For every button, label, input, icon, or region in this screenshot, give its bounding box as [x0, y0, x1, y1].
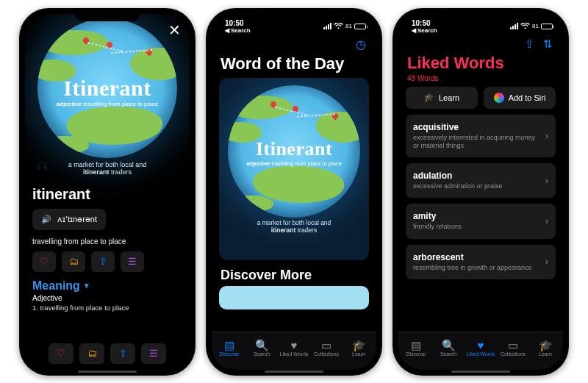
learn-button[interactable]: 🎓 Learn [406, 87, 478, 109]
status-time: 10:50 [412, 19, 437, 27]
liked-words-list: acquisitiveexcessively interested in acq… [398, 115, 563, 279]
illustration-subtitle: adjective travelling from place to place [228, 160, 360, 167]
notes-button-bottom[interactable]: ☰ [141, 343, 166, 364]
cards-icon: ▤ [224, 340, 234, 351]
collections-button[interactable]: 🗂 [62, 251, 85, 272]
liked-words-title: Liked Words [398, 52, 563, 73]
screen-word-detail: ✕ Itinerant adjective travelling from pl… [25, 14, 190, 370]
illustration-word: Itinerant [228, 138, 360, 160]
part-of-speech-label: Adjective [32, 294, 182, 302]
definition-1: 1. travelling from place to place [32, 304, 182, 312]
stack-icon: ▭ [508, 340, 518, 351]
share-button-bottom[interactable]: ⇧ [110, 343, 135, 364]
tab-discover[interactable]: ▤Discover [214, 340, 245, 357]
share-button[interactable]: ⇧ [525, 37, 534, 51]
chevron-right-icon: › [545, 216, 548, 226]
word-definition: friendly relations [413, 223, 462, 231]
tab-collections[interactable]: ▭Collections [498, 340, 528, 357]
grad-cap-icon: 🎓 [539, 340, 553, 351]
quote-mark-icon: “ [35, 154, 50, 191]
screen-liked-words: 10:50 ◀ Search 81 ⇧ ⇅ Liked Words 43 Wor… [398, 14, 563, 370]
list-item[interactable]: arborescentresembling tree in growth or … [406, 245, 556, 279]
tab-collections[interactable]: ▭Collections [311, 340, 342, 357]
back-to-search[interactable]: ◀ Search [412, 27, 437, 34]
tab-liked-words[interactable]: ♥Liked Words [465, 340, 496, 357]
add-to-siri-button[interactable]: Add to Siri [484, 87, 556, 109]
home-indicator[interactable] [451, 371, 510, 373]
example-sentence: a market for both local anditinerant tra… [257, 219, 331, 234]
tab-bar: ▤Discover 🔍Search ♥Liked Words ▭Collecti… [212, 332, 376, 370]
word-illustration-globe: Itinerant adjective travelling from plac… [228, 85, 360, 218]
history-clock-button[interactable]: ◷ [356, 37, 366, 51]
search-icon: 🔍 [255, 340, 269, 351]
notch [74, 8, 140, 21]
word-title: adulation [413, 171, 503, 181]
phone-frame-3: 10:50 ◀ Search 81 ⇧ ⇅ Liked Words 43 Wor… [392, 8, 569, 376]
stack-icon: ▭ [321, 340, 331, 351]
cellular-icon [323, 23, 331, 29]
liked-words-count: 43 Words [398, 73, 563, 87]
tab-learn[interactable]: 🎓Learn [530, 340, 561, 357]
back-to-search[interactable]: ◀ Search [225, 27, 251, 34]
phone-frame-2: 10:50 ◀ Search 81 ◷ Word of the Day [206, 8, 382, 376]
example-sentence: a market for both local anditinerant tra… [32, 161, 182, 176]
heart-icon: ♥ [291, 340, 298, 351]
tab-liked-words[interactable]: ♥Liked Words [279, 340, 309, 357]
word-definition: excessive admiration or praise [413, 182, 503, 190]
grad-cap-icon: 🎓 [424, 93, 434, 102]
tab-search[interactable]: 🔍Search [433, 340, 464, 357]
list-item[interactable]: amityfriendly relations › [406, 204, 556, 238]
word-illustration-globe: Itinerant adjective travelling from plac… [37, 18, 177, 158]
notch [261, 8, 327, 21]
word-title: amity [413, 211, 462, 221]
cellular-icon [510, 23, 518, 29]
screen-discover: 10:50 ◀ Search 81 ◷ Word of the Day [212, 14, 376, 370]
wifi-icon [520, 23, 530, 29]
word-title: arborescent [413, 252, 532, 262]
phone-frame-1: ✕ Itinerant adjective travelling from pl… [19, 8, 196, 376]
illustration-word: Itinerant [37, 76, 177, 101]
battery-percent: 81 [345, 23, 352, 29]
short-definition: travelling from place to place [32, 237, 182, 246]
tab-learn[interactable]: 🎓Learn [343, 340, 374, 357]
chevron-right-icon: › [545, 131, 548, 141]
chevron-down-icon: ▾ [85, 281, 89, 290]
like-button-bottom[interactable]: ♡ [49, 343, 74, 364]
list-item[interactable]: adulationexcessive admiration or praise … [406, 163, 556, 198]
word-title: acquisitive [413, 122, 538, 132]
grad-cap-icon: 🎓 [352, 340, 366, 351]
sort-button[interactable]: ⇅ [543, 37, 553, 51]
word-definition: resembling tree in growth or appearance [413, 264, 532, 272]
heart-icon: ♥ [478, 340, 484, 351]
close-button[interactable]: ✕ [168, 21, 181, 39]
notes-button[interactable]: ☰ [121, 251, 144, 272]
battery-percent: 81 [532, 23, 539, 29]
home-indicator[interactable] [78, 371, 137, 373]
cards-icon: ▤ [411, 340, 421, 351]
like-button[interactable]: ♡ [32, 251, 56, 272]
speaker-icon: 🔊 [41, 215, 51, 224]
search-icon: 🔍 [442, 340, 456, 351]
share-button[interactable]: ⇧ [91, 251, 115, 272]
tab-search[interactable]: 🔍Search [246, 340, 277, 357]
wifi-icon [334, 23, 343, 29]
battery-icon [354, 24, 366, 29]
discover-tile[interactable] [219, 286, 369, 309]
collections-button-bottom[interactable]: 🗂 [79, 343, 104, 364]
siri-icon [494, 93, 504, 103]
pronunciation-button[interactable]: 🔊 ʌɪˈtɪnərənt [32, 209, 106, 230]
tab-bar: ▤Discover 🔍Search ♥Liked Words ▭Collecti… [398, 332, 563, 370]
home-indicator[interactable] [265, 371, 323, 373]
status-time: 10:50 [225, 19, 251, 27]
tab-discover[interactable]: ▤Discover [401, 340, 431, 357]
list-item[interactable]: acquisitiveexcessively interested in acq… [406, 115, 556, 158]
bottom-action-bar: ♡ 🗂 ⇧ ☰ [25, 340, 190, 370]
word-of-the-day-card[interactable]: Itinerant adjective travelling from plac… [219, 78, 369, 260]
section-meaning-toggle[interactable]: Meaning ▾ [32, 279, 182, 293]
chevron-right-icon: › [545, 257, 548, 267]
chevron-right-icon: › [545, 176, 548, 186]
battery-icon [541, 24, 553, 29]
pronunciation-text: ʌɪˈtɪnərənt [57, 215, 97, 224]
notch [448, 8, 514, 21]
illustration-subtitle: adjective travelling from place to place [37, 101, 177, 107]
